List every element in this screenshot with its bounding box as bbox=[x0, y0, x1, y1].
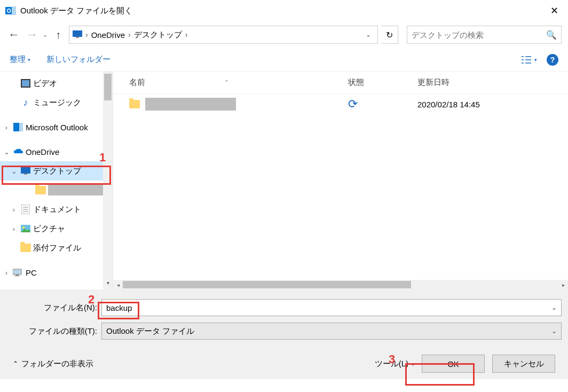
search-icon[interactable]: 🔍 bbox=[546, 30, 557, 40]
svg-rect-4 bbox=[76, 37, 79, 38]
address-dropdown-icon[interactable]: ⌄ bbox=[362, 31, 374, 38]
tree-item-onedrive[interactable]: ⌄ OneDrive bbox=[0, 142, 113, 161]
tree-label: デスクトップ bbox=[33, 166, 81, 176]
scroll-thumb[interactable] bbox=[123, 281, 411, 288]
filetype-select[interactable]: Outlook データ ファイル ⌄ bbox=[101, 323, 562, 340]
filetype-value: Outlook データ ファイル bbox=[106, 326, 194, 336]
svg-rect-1 bbox=[12, 6, 16, 15]
folder-tree: ビデオ ♪ ミュージック › Microsoft Outlook ⌄ OneDr… bbox=[0, 72, 113, 289]
svg-rect-16 bbox=[24, 174, 27, 175]
tree-item-music[interactable]: ♪ ミュージック bbox=[0, 93, 113, 112]
col-date[interactable]: 更新日時 bbox=[417, 77, 568, 88]
tree-label: 添付ファイル bbox=[33, 243, 81, 253]
scroll-left-icon[interactable]: ◂ bbox=[113, 282, 123, 288]
file-row[interactable]: ⟳ 2020/02/18 14:45 bbox=[113, 94, 568, 114]
svg-point-22 bbox=[22, 226, 25, 229]
svg-rect-3 bbox=[73, 30, 82, 37]
filetype-label: ファイルの種類(T): bbox=[6, 326, 101, 336]
help-icon[interactable]: ? bbox=[547, 54, 558, 66]
ok-button[interactable]: OK bbox=[422, 355, 485, 373]
navbar: ← → ⌄ ↑ › OneDrive › デスクトップ › ⌄ ↻ 🔍 bbox=[0, 21, 568, 48]
sync-icon: ⟳ bbox=[348, 97, 358, 111]
picture-icon bbox=[20, 223, 31, 234]
folder-hide-toggle[interactable]: ⌃ フォルダーの非表示 bbox=[13, 359, 93, 369]
desktop-icon bbox=[73, 30, 82, 40]
svg-rect-14 bbox=[19, 123, 23, 131]
column-headers: 名前⌃ 状態 更新日時 bbox=[113, 72, 568, 94]
onedrive-icon bbox=[13, 146, 23, 157]
scroll-right-icon[interactable]: ▸ bbox=[558, 282, 568, 288]
svg-rect-13 bbox=[13, 123, 19, 131]
music-icon: ♪ bbox=[20, 97, 31, 108]
refresh-button[interactable]: ↻ bbox=[381, 26, 398, 44]
tree-label: OneDrive bbox=[26, 147, 59, 156]
file-list: 名前⌃ 状態 更新日時 ⟳ 2020/02/18 14:45 ◂ ▸ bbox=[113, 72, 568, 289]
tree-item-video[interactable]: ビデオ bbox=[0, 74, 113, 93]
file-date: 2020/02/18 14:45 bbox=[417, 100, 568, 109]
tree-item-subfolder[interactable] bbox=[0, 181, 113, 200]
address-bar[interactable]: › OneDrive › デスクトップ › ⌄ bbox=[69, 26, 378, 44]
breadcrumb-2[interactable]: デスクトップ bbox=[134, 30, 182, 40]
col-name[interactable]: 名前⌃ bbox=[113, 77, 348, 88]
svg-rect-23 bbox=[13, 269, 21, 275]
folder-icon bbox=[129, 100, 140, 108]
outlook-icon bbox=[13, 122, 23, 132]
scroll-down-icon[interactable]: ▾ bbox=[103, 280, 113, 289]
tree-label: ミュージック bbox=[33, 98, 81, 108]
chevron-down-icon[interactable]: ⌄ bbox=[551, 327, 557, 335]
tree-item-desktop[interactable]: ⌄ デスクトップ bbox=[0, 161, 113, 181]
tree-label: ドキュメント bbox=[33, 205, 81, 215]
desktop-icon bbox=[20, 166, 31, 176]
svg-rect-24 bbox=[15, 275, 19, 276]
breadcrumb-1[interactable]: OneDrive bbox=[91, 30, 125, 40]
redacted-filename bbox=[145, 98, 236, 111]
search-input[interactable] bbox=[412, 30, 546, 40]
filename-combobox[interactable]: ⌄ bbox=[101, 299, 562, 316]
sort-icon: ⌃ bbox=[224, 79, 229, 86]
organize-button[interactable]: 整理▾ bbox=[10, 54, 30, 65]
chevron-up-icon: ⌃ bbox=[13, 360, 18, 367]
history-dropdown[interactable]: ⌄ bbox=[43, 32, 48, 38]
new-folder-button[interactable]: 新しいフォルダー bbox=[46, 54, 111, 65]
folder-icon bbox=[20, 244, 31, 252]
breadcrumb-sep: › bbox=[85, 30, 88, 39]
breadcrumb-sep: › bbox=[128, 30, 131, 39]
breadcrumb-sep: › bbox=[185, 30, 188, 39]
tree-item-attach[interactable]: 添付ファイル bbox=[0, 238, 113, 257]
scroll-thumb[interactable] bbox=[104, 74, 112, 100]
tree-label: ピクチャ bbox=[33, 224, 65, 234]
search-box[interactable]: 🔍 bbox=[407, 26, 562, 44]
svg-text:O: O bbox=[7, 8, 11, 14]
tree-item-outlook[interactable]: › Microsoft Outlook bbox=[0, 117, 113, 137]
video-icon bbox=[20, 78, 31, 89]
bottom-panel: ファイル名(N): ⌄ ファイルの種類(T): Outlook データ ファイル… bbox=[0, 289, 568, 379]
svg-rect-12 bbox=[22, 80, 29, 87]
outlook-app-icon: O bbox=[5, 5, 16, 16]
filename-label: ファイル名(N): bbox=[6, 303, 101, 313]
tree-item-pictures[interactable]: › ピクチャ bbox=[0, 219, 113, 238]
horizontal-scrollbar[interactable]: ◂ ▸ bbox=[113, 280, 568, 289]
svg-rect-15 bbox=[21, 167, 30, 174]
tree-label: Microsoft Outlook bbox=[26, 123, 88, 132]
up-button[interactable]: ↑ bbox=[51, 27, 66, 42]
col-status[interactable]: 状態 bbox=[348, 77, 417, 88]
svg-rect-25 bbox=[14, 276, 20, 276]
document-icon bbox=[20, 204, 31, 215]
cancel-button[interactable]: キャンセル bbox=[492, 355, 555, 373]
close-icon[interactable]: ✕ bbox=[546, 5, 563, 17]
redacted-label bbox=[48, 185, 107, 195]
pc-icon bbox=[13, 267, 23, 278]
titlebar: O Outlook データ ファイルを開く ✕ bbox=[0, 0, 568, 21]
sidebar-scrollbar[interactable]: ▴ ▾ bbox=[103, 72, 113, 289]
tools-button[interactable]: ツール(L)▾ bbox=[375, 359, 414, 369]
view-mode-button[interactable]: ▾ bbox=[520, 55, 537, 65]
tree-item-pc[interactable]: › PC bbox=[0, 263, 113, 282]
folder-icon bbox=[35, 186, 46, 194]
chevron-down-icon[interactable]: ⌄ bbox=[551, 304, 557, 311]
filename-input[interactable] bbox=[106, 303, 551, 312]
back-button[interactable]: ← bbox=[6, 27, 21, 42]
tree-label: ビデオ bbox=[33, 79, 57, 89]
tree-item-documents[interactable]: › ドキュメント bbox=[0, 200, 113, 219]
tree-label: PC bbox=[26, 268, 37, 277]
forward-button[interactable]: → bbox=[25, 27, 40, 42]
